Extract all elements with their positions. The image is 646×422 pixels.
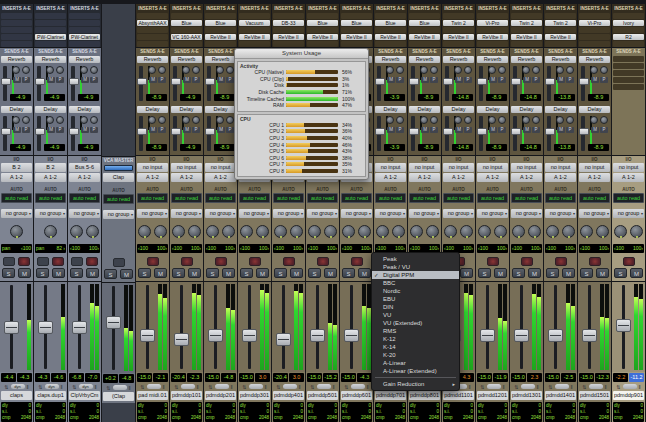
record-arm-button[interactable] xyxy=(147,257,159,266)
send-slot-4[interactable] xyxy=(613,77,644,83)
pause-icon[interactable]: ‖ xyxy=(639,384,641,390)
insert-slot-2-blue[interactable]: Blue xyxy=(375,20,406,26)
input-selector[interactable]: no input xyxy=(613,163,644,172)
send-fader[interactable] xyxy=(137,128,147,135)
pause-icon[interactable]: ‖ xyxy=(503,384,505,390)
send-pan-knob-right[interactable] xyxy=(192,66,200,74)
menu-item-k-14[interactable]: K-14 xyxy=(372,343,459,351)
insert-slot-1[interactable] xyxy=(205,13,236,19)
send-pre-button[interactable]: P xyxy=(498,127,506,133)
send-a-reverb-button[interactable]: Reverb xyxy=(171,56,202,63)
send-b-delay-button[interactable]: Delay xyxy=(579,106,610,113)
insert-slot-3[interactable] xyxy=(205,27,236,33)
insert-slot-1[interactable] xyxy=(579,13,610,19)
output-selector[interactable]: A 1-2 xyxy=(69,173,100,182)
pause-icon[interactable]: ‖ xyxy=(571,384,573,390)
pan-knob-left[interactable] xyxy=(546,225,559,238)
send-pan-knob-right[interactable] xyxy=(396,116,404,124)
pan-knob-right[interactable] xyxy=(86,225,99,238)
mute-button[interactable]: M xyxy=(460,268,473,278)
insert-slot-2-db-33[interactable]: DB-33 xyxy=(273,20,304,26)
menu-item-din[interactable]: DIN xyxy=(372,303,459,311)
send-pan-knob-right[interactable] xyxy=(498,116,506,124)
insert-slot-3[interactable] xyxy=(307,27,338,33)
send-mute-button[interactable]: M xyxy=(81,127,89,133)
send-a-reverb-button[interactable]: Reverb xyxy=(1,56,32,63)
solo-button[interactable]: S xyxy=(512,268,525,278)
pause-icon[interactable]: ‖ xyxy=(27,384,29,390)
volume-value[interactable]: -4.4 xyxy=(1,373,16,382)
pause-icon[interactable]: ‖ xyxy=(61,384,63,390)
group-selector[interactable]: no group▾ xyxy=(307,209,338,218)
input-selector[interactable]: no input xyxy=(205,163,236,172)
dyn-toggle-button[interactable]: dyn xyxy=(11,384,25,389)
mute-button[interactable]: M xyxy=(596,268,609,278)
solo-button[interactable]: S xyxy=(240,268,253,278)
insert-slot-2-twin-2[interactable]: Twin 2 xyxy=(545,20,576,26)
input-selector[interactable]: no input xyxy=(171,163,202,172)
send-level-value[interactable]: -4.9 xyxy=(44,94,65,101)
insert-slot-1[interactable] xyxy=(341,13,372,19)
send-fader[interactable] xyxy=(375,128,385,135)
record-arm-button[interactable] xyxy=(351,257,363,266)
nudge-arrows-icon[interactable]: ⇅ xyxy=(310,384,314,390)
send-level-value[interactable]: -4.9 xyxy=(44,144,65,151)
dyn-toggle-button[interactable] xyxy=(215,384,229,389)
peak-value[interactable]: -4.3 xyxy=(357,373,372,382)
pan-knob-left[interactable] xyxy=(240,225,253,238)
group-selector[interactable]: no group▾ xyxy=(273,209,304,218)
automation-mode-button[interactable]: auto read xyxy=(103,194,134,204)
send-pre-button[interactable]: P xyxy=(600,127,608,133)
insert-slot-5[interactable] xyxy=(35,41,66,47)
send-mute-button[interactable]: M xyxy=(523,127,531,133)
pan-knob-right[interactable] xyxy=(256,225,269,238)
pan-knob[interactable] xyxy=(10,225,23,238)
vca-trim-button[interactable] xyxy=(113,258,125,267)
peak-value[interactable]: -4.8 xyxy=(119,374,134,383)
send-fader[interactable] xyxy=(35,128,45,135)
send-mute-button[interactable]: M xyxy=(557,77,565,83)
pan-knob-right[interactable] xyxy=(460,225,473,238)
pan-knob-left[interactable] xyxy=(308,225,321,238)
insert-slot-5[interactable] xyxy=(273,41,304,47)
system-usage-window[interactable]: System Usage ActivityCPU (Native)56%CPU … xyxy=(234,48,369,180)
track-name[interactable]: pdmdd1201 xyxy=(477,391,508,400)
insert-slot-4-revibe-ii[interactable]: ReVibe II xyxy=(375,34,406,40)
volume-value[interactable]: -15.0 xyxy=(307,373,322,382)
output-selector[interactable]: A 1-2 xyxy=(137,173,168,182)
send-mute-button[interactable]: M xyxy=(47,77,55,83)
send-pan-knob-right[interactable] xyxy=(498,66,506,74)
peak-value[interactable]: -12.3 xyxy=(595,373,610,382)
volume-fader[interactable] xyxy=(310,329,325,342)
send-b-delay-button[interactable]: Delay xyxy=(409,106,440,113)
send-fader[interactable] xyxy=(511,78,521,85)
send-b-delay-button[interactable]: Delay xyxy=(375,106,406,113)
send-fader[interactable] xyxy=(477,128,487,135)
peak-value[interactable]: -2.5 xyxy=(561,373,576,382)
send-level-value[interactable]: -8.9 xyxy=(146,144,167,151)
automation-mode-button[interactable]: auto read xyxy=(239,193,270,203)
send-pan-knob-left[interactable] xyxy=(80,66,88,74)
insert-slot-3[interactable] xyxy=(443,27,474,33)
menu-item-k-20[interactable]: K-20 xyxy=(372,351,459,359)
nudge-arrows-icon[interactable]: ⇅ xyxy=(174,384,178,390)
send-pre-button[interactable]: P xyxy=(192,77,200,83)
insert-slot-4-revibe-ii[interactable]: ReVibe II xyxy=(341,34,372,40)
pause-icon[interactable]: ‖ xyxy=(129,385,131,391)
pan-value-display[interactable]: pan‹100 xyxy=(1,244,32,253)
send-level-value[interactable]: -13.8 xyxy=(554,94,575,101)
send-mute-button[interactable]: M xyxy=(455,77,463,83)
send-pan-knob-left[interactable] xyxy=(386,116,394,124)
send-mute-button[interactable]: M xyxy=(149,77,157,83)
insert-slot-4-revibe-ii[interactable]: ReVibe II xyxy=(443,34,474,40)
automation-mode-button[interactable]: auto read xyxy=(137,193,168,203)
automation-mode-button[interactable]: auto read xyxy=(375,193,406,203)
group-selector[interactable]: no group▾ xyxy=(137,209,168,218)
send-pan-knob-left[interactable] xyxy=(556,66,564,74)
record-arm-button[interactable] xyxy=(181,257,193,266)
insert-slot-4-revibe-ii[interactable]: ReVibe II xyxy=(477,34,508,40)
metering-context-menu[interactable]: PeakPeak / VUDigital PPM✓BBCNordicEBUDIN… xyxy=(371,252,460,391)
send-pre-button[interactable]: P xyxy=(226,127,234,133)
pan-knob-right[interactable] xyxy=(154,225,167,238)
solo-button[interactable]: S xyxy=(104,269,117,279)
